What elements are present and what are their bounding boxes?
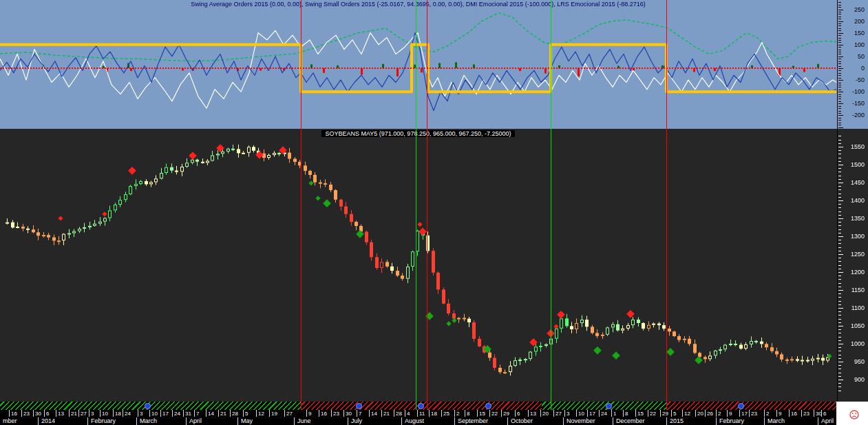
- status-corner: [836, 402, 868, 425]
- week-tick-mark: [705, 410, 706, 417]
- week-tick-mark: [256, 410, 257, 417]
- price-plot[interactable]: [0, 129, 868, 402]
- month-label: November: [567, 417, 595, 425]
- indicator-panel: Swing Average Orders 2015 (0.00, 0.00), …: [0, 0, 868, 129]
- week-tick-mark: [576, 410, 577, 417]
- week-tick-label: 9: [308, 411, 311, 417]
- week-tick-label: 12: [258, 411, 264, 417]
- timeline-event-dot: [418, 403, 424, 409]
- week-tick-label: 14: [208, 411, 214, 417]
- week-tick-mark: [429, 410, 430, 417]
- week-tick-mark: [695, 410, 696, 417]
- week-tick-mark: [172, 410, 173, 417]
- indicator-axis-tick-label: -200: [852, 112, 865, 118]
- week-tick-mark: [682, 410, 683, 417]
- month-boundary-tick: [613, 417, 613, 425]
- week-tick-label: 3: [91, 411, 94, 417]
- sell-signal-line: [301, 0, 301, 410]
- week-tick-mark: [138, 410, 138, 417]
- month-label: February: [91, 417, 116, 425]
- week-tick-label: 5: [673, 411, 676, 417]
- indicator-panel-title: Swing Average Orders 2015 (0.00, 0.00), …: [0, 1, 836, 8]
- week-tick-mark: [206, 410, 207, 417]
- indicator-axis-tick-label: -100: [852, 88, 865, 95]
- week-tick-label: 13: [58, 411, 64, 417]
- indicator-plot[interactable]: [0, 0, 868, 129]
- week-tick-label: 9: [729, 411, 732, 417]
- week-tick-label: 24: [174, 411, 180, 417]
- price-axis-tick-label: 1400: [851, 197, 865, 204]
- week-tick-label: 29: [503, 411, 509, 417]
- indicator-axis-tick-label: 200: [854, 18, 865, 25]
- indicator-axis-tick-label: -50: [856, 76, 865, 83]
- week-tick-mark: [660, 410, 661, 417]
- week-tick-label: 27: [555, 411, 562, 417]
- month-label: 2015: [670, 417, 684, 425]
- week-tick-mark: [44, 410, 45, 417]
- week-tick-mark: [417, 410, 418, 417]
- week-tick-label: 3: [140, 411, 142, 417]
- week-tick-label: 16: [321, 411, 327, 417]
- week-tick-mark: [789, 410, 790, 417]
- position-hatch-segment: [666, 402, 836, 410]
- week-tick-mark: [230, 410, 231, 417]
- buy-signal-line: [416, 0, 416, 410]
- week-tick-mark: [477, 410, 478, 417]
- week-tick-mark: [331, 410, 332, 417]
- month-label: October: [511, 417, 533, 425]
- price-axis-tick-label: 1050: [851, 322, 865, 329]
- price-axis-tick-label: 1100: [851, 304, 865, 311]
- week-tick-mark: [369, 410, 370, 417]
- month-label: May: [241, 417, 253, 425]
- week-tick-mark: [635, 410, 636, 417]
- month-label-row[interactable]: mber2014FebruaryMarchAprilMayJuneJulyAug…: [0, 417, 836, 425]
- date-tick-row[interactable]: 1623306132127310182431017243171421285121…: [0, 410, 836, 417]
- week-tick-label: 20: [697, 411, 703, 417]
- week-tick-label: 5: [245, 411, 248, 417]
- week-tick-label: 2: [718, 411, 721, 417]
- week-tick-label: 22: [491, 411, 498, 417]
- week-tick-label: 26: [707, 411, 713, 417]
- month-boundary-tick: [136, 417, 137, 425]
- week-tick-mark: [553, 410, 554, 417]
- week-tick-mark: [501, 410, 502, 417]
- week-tick-mark: [218, 410, 219, 417]
- indicator-axis-tick-label: -150: [852, 100, 865, 107]
- week-tick-mark: [183, 410, 184, 417]
- week-tick-label: 11: [419, 411, 425, 417]
- week-tick-mark: [540, 410, 541, 417]
- week-tick-mark: [89, 410, 89, 417]
- week-tick-label: 7: [196, 411, 199, 417]
- week-tick-label: 16: [791, 411, 797, 417]
- week-tick-label: 29: [662, 411, 668, 417]
- month-boundary-tick: [237, 417, 238, 425]
- week-tick-mark: [194, 410, 195, 417]
- week-tick-label: 16: [11, 411, 17, 417]
- month-label: July: [351, 417, 362, 425]
- week-tick-mark: [764, 410, 765, 417]
- week-tick-mark: [381, 410, 382, 417]
- week-tick-label: 10: [578, 411, 584, 417]
- week-tick-label: 6: [46, 411, 49, 417]
- week-tick-label: 7: [359, 411, 361, 417]
- week-tick-mark: [357, 410, 357, 417]
- week-tick-mark: [564, 410, 565, 417]
- week-tick-mark: [284, 410, 285, 417]
- week-tick-mark: [78, 410, 79, 417]
- month-label: August: [405, 417, 424, 425]
- month-label: March: [768, 417, 785, 425]
- month-boundary-tick: [666, 417, 667, 425]
- week-tick-label: 9: [779, 411, 781, 417]
- price-axis-tick-label: 1250: [851, 251, 865, 258]
- week-tick-mark: [123, 410, 123, 417]
- week-tick-label: 25: [443, 411, 449, 417]
- buy-signal-line: [551, 0, 551, 410]
- week-tick-label: 28: [396, 411, 402, 417]
- price-axis-tick-label: 1550: [851, 143, 865, 150]
- week-tick-label: 6: [823, 411, 826, 417]
- week-tick-mark: [739, 410, 740, 417]
- week-tick-label: 23: [751, 411, 757, 417]
- week-tick-mark: [243, 410, 244, 417]
- week-tick-mark: [465, 410, 465, 417]
- price-axis-tick-label: 1000: [851, 340, 865, 347]
